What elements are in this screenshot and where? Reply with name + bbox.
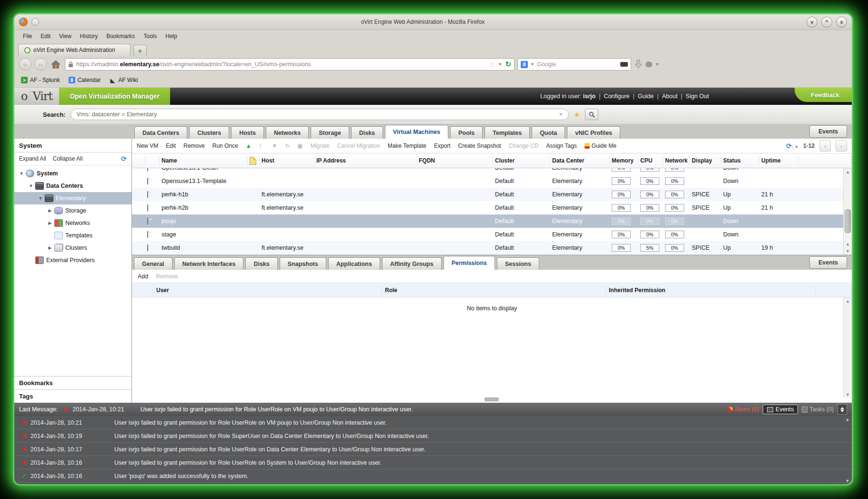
remove-permission-button[interactable]: Remove: [156, 273, 178, 280]
sidebar-item-elementary[interactable]: ▼Elementary: [14, 192, 131, 204]
permissions-scrollbar[interactable]: ▲ ▼: [843, 297, 852, 398]
event-row[interactable]: ✔2014-Jan-28, 10:16User 'poujo' was adde…: [14, 469, 852, 483]
tab-clusters[interactable]: Clusters: [189, 126, 229, 139]
window-maximize[interactable]: ^: [821, 17, 832, 28]
tree-expand-icon[interactable]: ▶: [47, 221, 53, 225]
alerts-button[interactable]: Alerts (5): [728, 406, 759, 413]
table-row[interactable]: twbuildft.elementary.seDefaultElementary…: [132, 241, 852, 255]
toolbar-create-snapshot[interactable]: Create Snapshot: [458, 143, 501, 149]
sidebar-item-external-providers[interactable]: External Providers: [14, 254, 131, 266]
sidebar-item-bookmarks[interactable]: Bookmarks: [14, 376, 131, 389]
toolbar-make-template[interactable]: Make Template: [388, 143, 426, 149]
menu-item-history[interactable]: History: [76, 31, 101, 41]
toolbar-assign-tags[interactable]: Assign Tags: [546, 143, 576, 149]
search-engine-dropdown-icon[interactable]: ▼: [530, 62, 535, 67]
tree-refresh-icon[interactable]: ⟳: [121, 155, 127, 163]
scroll-down-icon[interactable]: ▼: [844, 247, 852, 255]
feedback-button[interactable]: Feedback: [795, 88, 852, 102]
vm-table-scrollbar[interactable]: ▲ ▲ ▼: [843, 168, 852, 255]
toolbar-migrate[interactable]: Migrate: [311, 143, 330, 149]
perm-scroll-up-icon[interactable]: ▲: [844, 297, 852, 305]
perm-scroll-down-icon[interactable]: ▼: [844, 391, 852, 398]
toolbar-remove[interactable]: Remove: [183, 143, 205, 149]
menu-item-file[interactable]: File: [19, 31, 36, 41]
tree-collapse-icon[interactable]: ▼: [18, 171, 25, 176]
search-magnifier-button[interactable]: [585, 109, 598, 120]
scroll-up2-icon[interactable]: ▲: [844, 240, 852, 247]
table-row[interactable]: poujoDefaultElementary0%0%0%Down: [132, 214, 852, 228]
events-tab-button[interactable]: Events: [809, 125, 847, 138]
toolbar-export[interactable]: Export: [434, 143, 451, 149]
detail-tab-disks[interactable]: Disks: [245, 257, 277, 270]
header-link-guide[interactable]: Guide: [638, 93, 654, 100]
browser-tab[interactable]: oVirt Engine Web Administration: [18, 44, 131, 56]
sidebar-item-networks[interactable]: ▶Networks: [14, 217, 131, 229]
toolbar-run-once[interactable]: Run Once: [212, 143, 238, 149]
events-scroll-down-icon[interactable]: ▼: [846, 479, 850, 483]
sidebar-item-tags[interactable]: Tags: [14, 389, 131, 403]
tab-vnic-profiles[interactable]: vNIC Profiles: [567, 126, 620, 139]
url-bar[interactable]: https://vmadmin.elementary.se/ovirt-engi…: [65, 58, 515, 71]
table-row[interactable]: Opensuse13.1-CleanDefaultElementary0%0%0…: [132, 168, 852, 174]
expand-all-link[interactable]: Expand All: [19, 155, 46, 162]
tab-templates[interactable]: Templates: [484, 126, 530, 139]
bookmark-gcal[interactable]: 8Calendar: [69, 77, 101, 83]
tab-hosts[interactable]: Hosts: [231, 126, 264, 139]
browser-search-field[interactable]: 8 ▼ Google: [517, 58, 631, 71]
tab-data-centers[interactable]: Data Centers: [134, 126, 187, 139]
sidebar-item-storage[interactable]: ▶Storage: [14, 204, 131, 217]
tab-quota[interactable]: Quota: [532, 126, 565, 139]
toolbar-overflow-icon[interactable]: ▼: [655, 62, 659, 67]
tab-virtual-machines[interactable]: Virtual Machines: [385, 125, 448, 139]
menu-item-view[interactable]: View: [55, 31, 75, 41]
toolbar-reboot-icon[interactable]: ↻: [285, 143, 290, 149]
detail-tab-network-interfaces[interactable]: Network Interfaces: [174, 257, 244, 270]
detail-tab-general[interactable]: General: [134, 257, 172, 270]
refresh-dropdown-icon[interactable]: ▼: [793, 145, 798, 149]
tab-disks[interactable]: Disks: [351, 126, 383, 139]
sidebar-item-templates[interactable]: Templates: [14, 229, 131, 242]
tab-pools[interactable]: Pools: [450, 126, 483, 139]
bookmark-star-icon[interactable]: ☆: [489, 61, 495, 68]
header-link-sign-out[interactable]: Sign Out: [686, 93, 709, 100]
detail-tab-sessions[interactable]: Sessions: [497, 257, 539, 270]
toolbar-console-icon[interactable]: ▣: [297, 143, 303, 149]
add-permission-button[interactable]: Add: [138, 273, 148, 280]
tab-storage[interactable]: Storage: [311, 126, 349, 139]
home-button[interactable]: [50, 59, 62, 70]
download-icon[interactable]: [634, 60, 643, 69]
events-scrollbar[interactable]: ▲ ▼: [844, 417, 851, 483]
horizontal-scrollbar-thumb[interactable]: [484, 397, 499, 401]
detail-tab-applications[interactable]: Applications: [328, 257, 380, 270]
window-close[interactable]: x: [836, 17, 847, 28]
sidebar-item-data-centers[interactable]: ▼Data Centers: [14, 180, 131, 192]
menu-item-tools[interactable]: Tools: [140, 31, 161, 41]
header-link-about[interactable]: About: [662, 93, 677, 100]
footer-expander[interactable]: [838, 404, 847, 415]
table-row[interactable]: Opensuse13.1-TemplateDefaultElementary0%…: [132, 174, 852, 188]
menu-item-help[interactable]: Help: [161, 31, 181, 41]
new-tab-button[interactable]: +: [133, 45, 147, 56]
event-row[interactable]: ✖2014-Jan-28, 10:19User isrjo failed to …: [14, 429, 852, 443]
events-footer-button[interactable]: Events: [763, 405, 798, 414]
scroll-up-icon[interactable]: ▲: [844, 168, 852, 175]
event-row[interactable]: ✖2014-Jan-28, 10:17User isrjo failed to …: [14, 443, 852, 456]
toolbar-cancel-migration[interactable]: Cancel Migration: [337, 143, 380, 149]
save-search-star-icon[interactable]: ★: [574, 110, 580, 119]
next-page-button[interactable]: ›: [836, 140, 847, 152]
detail-tab-affinity-groups[interactable]: Affinity Groups: [382, 257, 442, 270]
clear-search-icon[interactable]: ×: [559, 111, 563, 118]
tree-expand-icon[interactable]: ▶: [47, 208, 53, 213]
grid-refresh-icon[interactable]: ⟳▼: [786, 142, 798, 150]
toolbar-stop-icon[interactable]: ▼: [272, 143, 277, 149]
tree-collapse-icon[interactable]: ▼: [37, 196, 44, 201]
bookmark-wiki[interactable]: ◣AF Wiki: [109, 77, 138, 83]
bookmark-splunk[interactable]: >AF - Splunk: [21, 77, 60, 83]
tab-networks[interactable]: Networks: [266, 126, 309, 139]
toolbar-edit[interactable]: Edit: [166, 143, 176, 149]
window-minimize[interactable]: v: [807, 17, 818, 28]
menu-item-bookmarks[interactable]: Bookmarks: [102, 31, 139, 41]
table-row[interactable]: stageDefaultElementary0%0%0%Down: [132, 228, 852, 241]
toolbar-change-cd[interactable]: Change CD: [509, 143, 539, 149]
toolbar-suspend-icon[interactable]: ☾: [259, 143, 264, 149]
